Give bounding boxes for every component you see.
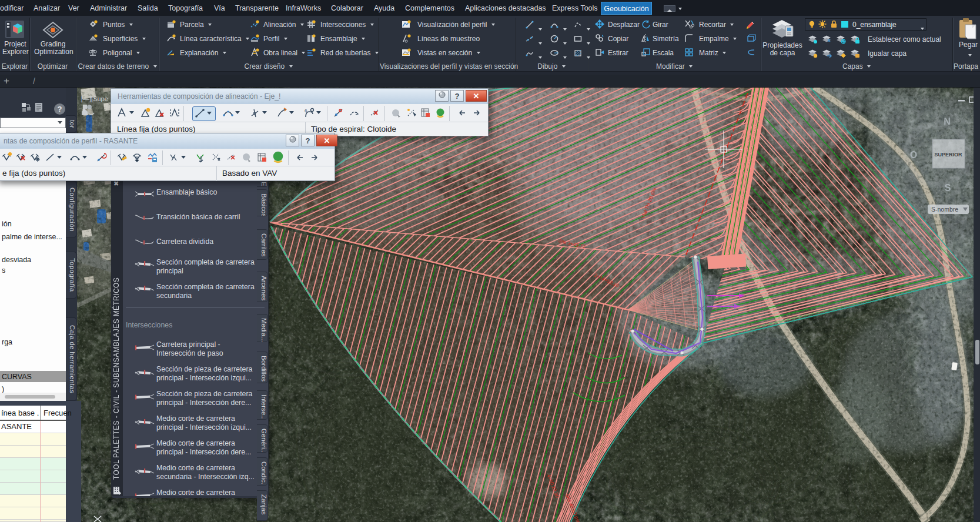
svg-text:N: N [944, 116, 951, 126]
svg-text:[—][Supe: [—][Supe [81, 95, 108, 102]
svg-text:O: O [910, 150, 917, 160]
svg-text:S-nombre: S-nombre [931, 206, 958, 213]
svg-text:S: S [945, 183, 951, 193]
svg-text:6: 6 [305, 108, 307, 113]
svg-text:SUPERIOR: SUPERIOR [934, 152, 962, 158]
